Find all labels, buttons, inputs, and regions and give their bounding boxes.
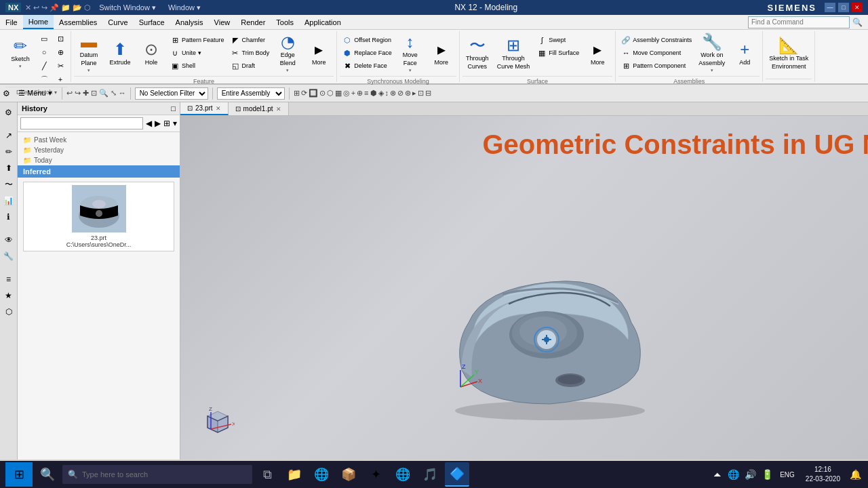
lt-info-btn[interactable]: ℹ (1, 209, 16, 224)
separator-2 (130, 87, 131, 100)
sketch-plus-btn[interactable]: + (53, 73, 68, 85)
offset-region-btn[interactable]: ⬡Offset Region (340, 34, 394, 46)
close-btn[interactable]: ✕ (852, 3, 863, 12)
file-explorer-btn[interactable]: 📁 (282, 462, 307, 487)
history-file-card[interactable]: 23.prt C:\Users\sures\OneDr... (23, 182, 174, 251)
history-nav-prev[interactable]: ◀ (146, 119, 152, 128)
trim-body-btn[interactable]: ✂Trim Body (228, 47, 272, 59)
app2-btn[interactable]: 🌐 (391, 462, 415, 487)
lt-surface-btn[interactable]: 〜 (1, 177, 16, 192)
sketch-task-btn[interactable]: 📐 Sketch in Task Environment (766, 33, 812, 75)
language-indicator[interactable]: ENG (777, 471, 797, 479)
menu-analysis[interactable]: Analysis (170, 15, 209, 29)
edge-blend-btn[interactable]: ◔ Edge Blend ▾ (273, 33, 302, 75)
history-options-btn[interactable]: ▾ (173, 119, 177, 128)
more-feature-btn[interactable]: ▸ More (304, 33, 334, 75)
shell-btn[interactable]: ▣Shell (167, 60, 226, 72)
task-view-btn[interactable]: ⧉ (255, 462, 279, 487)
menu-render[interactable]: Render (235, 15, 271, 29)
maximize-btn[interactable]: □ (838, 3, 849, 12)
nx-search-input[interactable] (748, 16, 850, 28)
menu-assemblies[interactable]: Assemblies (54, 15, 102, 29)
tray-network-icon[interactable]: 🌐 (726, 469, 741, 480)
sketch-trim-btn[interactable]: ✂ (53, 60, 68, 72)
lt-settings-btn[interactable]: ⚙ (1, 105, 16, 120)
sketch-btn[interactable]: ✏ Sketch ▾ (5, 33, 35, 75)
sketch-dim-btn[interactable]: ⊕ (53, 46, 68, 58)
history-inferred[interactable]: Inferred (18, 165, 180, 178)
history-search-input[interactable] (20, 117, 143, 129)
tray-battery-icon[interactable]: 🔋 (760, 469, 774, 480)
circle-btn[interactable]: ○ (37, 46, 52, 58)
tab-close-model1[interactable]: ✕ (276, 106, 281, 113)
store-btn[interactable]: 📦 (336, 462, 361, 487)
viewport-tab-model1[interactable]: ⊡ model1.pt ✕ (229, 102, 289, 115)
lt-extra2-btn[interactable]: ⬡ (1, 304, 16, 319)
work-on-assembly-btn[interactable]: 🔧 Work on Assembly ▾ (695, 33, 728, 75)
history-nav-next[interactable]: ▶ (155, 119, 161, 128)
draft-btn[interactable]: ◱Draft (228, 60, 272, 72)
pattern-feature-btn[interactable]: ⊞Pattern Feature (167, 34, 226, 46)
menu-view[interactable]: View (209, 15, 236, 29)
pattern-component-btn[interactable]: ⊞Pattern Component (618, 60, 694, 72)
menu-application[interactable]: Application (299, 15, 347, 29)
lt-extra-btn[interactable]: ★ (1, 288, 16, 303)
app3-btn[interactable]: 🎵 (418, 462, 442, 487)
selection-filter-select[interactable]: No Selection Filter (135, 87, 208, 100)
rect-btn[interactable]: ▭ (37, 33, 52, 45)
delete-face-btn[interactable]: ✖Delete Face (340, 60, 394, 72)
browser-btn[interactable]: 🌐 (309, 462, 334, 487)
notifications-icon[interactable]: 🔔 (848, 469, 863, 480)
replace-face-btn[interactable]: ⬢Replace Face (340, 47, 394, 59)
menu-home[interactable]: Home (23, 15, 54, 29)
viewport-tab-23prt[interactable]: ⊡ 23.prt ✕ (180, 102, 229, 115)
lt-feature-btn[interactable]: ⬆ (1, 161, 16, 176)
menu-surface[interactable]: Surface (134, 15, 170, 29)
lt-utility-btn[interactable]: 🔧 (1, 249, 16, 264)
assembly-filter-select[interactable]: Entire Assembly (217, 87, 285, 100)
tray-up-icon[interactable]: ⏶ (711, 469, 724, 480)
lt-sketch-btn[interactable]: ✏ (1, 144, 16, 159)
app1-btn[interactable]: ✦ (363, 462, 388, 487)
through-curves-btn[interactable]: 〜 Through Curves (462, 33, 492, 75)
window-controls[interactable]: — □ ✕ (825, 3, 863, 12)
minimize-btn[interactable]: — (825, 3, 835, 12)
assembly-constraints-btn[interactable]: 🔗Assembly Constraints (618, 34, 694, 46)
hole-btn[interactable]: ⊙ Hole (136, 33, 166, 75)
lt-select-btn[interactable]: ↗ (1, 128, 16, 143)
sketch-constraint-btn[interactable]: ⊡ (53, 33, 68, 45)
chamfer-btn[interactable]: ◤Chamfer (228, 34, 272, 46)
datum-plane-btn[interactable]: ▬ Datum Plane ▾ (74, 33, 104, 75)
history-view-toggle[interactable]: ⊞ (163, 119, 170, 128)
move-face-btn[interactable]: ↕ Move Face ▾ (395, 33, 425, 75)
arc-btn[interactable]: ⌒ (37, 73, 52, 85)
search-icon[interactable]: 🔍 (852, 18, 863, 27)
line-btn[interactable]: ╱ (37, 60, 52, 72)
fill-surface-btn[interactable]: ▦Fill Surface (534, 47, 581, 59)
tray-volume-icon[interactable]: 🔊 (743, 469, 757, 480)
start-button[interactable]: ⊞ (5, 462, 33, 487)
unite-btn[interactable]: ∪Unite ▾ (167, 47, 226, 59)
extrude-btn[interactable]: ⬆ Extrude (105, 33, 135, 75)
through-curve-mesh-btn[interactable]: ⊞ Through Curve Mesh (494, 33, 534, 75)
more-surface-btn[interactable]: ▸ More (583, 33, 612, 75)
lt-more-btn[interactable]: ≡ (1, 272, 16, 287)
taskbar-search-btn[interactable]: 🔍 (35, 462, 60, 487)
move-component-btn[interactable]: ↔Move Component (618, 47, 694, 59)
lt-analysis-btn[interactable]: 📊 (1, 193, 16, 208)
menu-curve[interactable]: Curve (102, 15, 133, 29)
menu-btn[interactable]: ☰ Menu ▾ (13, 85, 58, 102)
swept-btn[interactable]: ∫Swept (534, 34, 581, 46)
taskbar-search-input[interactable] (82, 470, 247, 479)
menu-tools[interactable]: Tools (271, 15, 299, 29)
switch-window-btn[interactable]: Switch Window ▾ (95, 3, 160, 12)
tab-close-23prt[interactable]: ✕ (216, 105, 221, 112)
history-expand-btn[interactable]: □ (171, 104, 176, 113)
more-sync-btn[interactable]: ▸ More (427, 33, 456, 75)
window-menu-btn[interactable]: Window ▾ (164, 3, 205, 12)
menu-file[interactable]: File (0, 15, 23, 29)
nx-taskbar-btn[interactable]: 🔷 (445, 462, 469, 487)
lt-view-btn[interactable]: 👁 (1, 232, 16, 247)
add-btn[interactable]: + Add (730, 33, 760, 75)
system-clock[interactable]: 12:16 22-03-2020 (800, 465, 846, 484)
